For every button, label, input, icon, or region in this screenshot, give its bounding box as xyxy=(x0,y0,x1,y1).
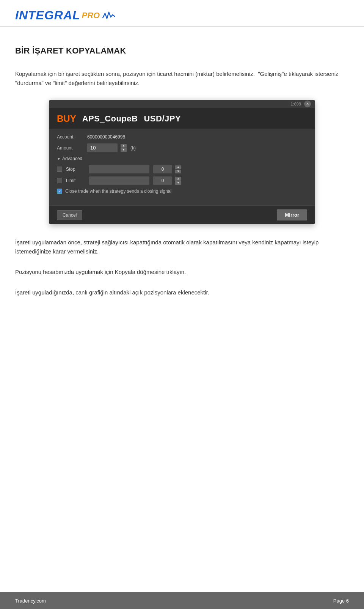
limit-up-button[interactable]: ▲ xyxy=(175,177,181,181)
close-trade-text: Close trade when the strategy sends a cl… xyxy=(65,189,171,194)
limit-checkbox[interactable] xyxy=(57,178,62,183)
cancel-button[interactable]: Cancel xyxy=(57,210,82,220)
stop-row: Stop ▲ ▼ xyxy=(57,165,307,173)
mirror-button[interactable]: Mirror xyxy=(277,209,307,220)
stop-up-button[interactable]: ▲ xyxy=(175,165,181,169)
dialog-footer: Cancel Mirror xyxy=(49,205,315,224)
advanced-arrow-icon: ▼ xyxy=(57,157,61,161)
logo: INTEGRAL PRO xyxy=(15,8,349,22)
amount-up-button[interactable]: ▲ xyxy=(121,144,127,148)
footer-page: Page 6 xyxy=(333,598,349,604)
body-paragraph-3: İşareti uyguladığınızda, canlı grafiğin … xyxy=(15,288,349,297)
body-paragraph-1: İşareti uygulamadan önce, strateji sağla… xyxy=(15,238,349,256)
stop-value[interactable] xyxy=(153,165,172,173)
dialog-body: Account 600000000046998 Amount ▲ ▼ (k) ▼… xyxy=(49,129,315,205)
stop-spinners: ▲ ▼ xyxy=(175,165,181,173)
amount-spinners: ▲ ▼ xyxy=(121,144,127,152)
advanced-toggle[interactable]: ▼ Advanced xyxy=(57,156,307,161)
stop-down-button[interactable]: ▼ xyxy=(175,170,181,173)
account-row: Account 600000000046998 xyxy=(57,134,307,140)
buy-badge: BUY xyxy=(57,113,76,124)
account-value: 600000000046998 xyxy=(87,134,125,140)
limit-spinners: ▲ ▼ xyxy=(175,177,181,185)
amount-unit: (k) xyxy=(130,145,136,151)
stop-input[interactable] xyxy=(89,165,149,173)
page-footer: Tradency.com Page 6 xyxy=(0,592,364,609)
close-trade-checkbox[interactable]: ✓ xyxy=(57,189,62,194)
account-label: Account xyxy=(57,134,83,140)
limit-input[interactable] xyxy=(89,176,149,185)
footer-site: Tradency.com xyxy=(15,598,46,604)
limit-row: Limit ▲ ▼ xyxy=(57,176,307,185)
intro-paragraph-1: Kopyalamak için bir işaret seçtikten son… xyxy=(15,69,349,88)
amount-row: Amount ▲ ▼ (k) xyxy=(57,143,307,152)
dialog-close-button[interactable]: × xyxy=(304,101,311,107)
amount-down-button[interactable]: ▼ xyxy=(121,148,127,152)
dialog-header: BUY APS_CoupeB USD/JPY xyxy=(49,108,315,129)
stop-label: Stop xyxy=(66,167,85,172)
advanced-label: Advanced xyxy=(62,156,82,161)
limit-down-button[interactable]: ▼ xyxy=(175,181,181,185)
logo-wave-icon xyxy=(102,10,116,21)
header: INTEGRAL PRO xyxy=(0,0,364,27)
dialog-strategy: APS_CoupeB xyxy=(82,114,138,124)
stop-checkbox[interactable] xyxy=(57,167,62,172)
dialog-pair: USD/JPY xyxy=(144,114,181,124)
logo-pro: PRO xyxy=(82,11,100,20)
amount-label: Amount xyxy=(57,145,83,151)
logo-integral: INTEGRAL xyxy=(15,8,80,22)
limit-value[interactable] xyxy=(153,176,172,185)
main-content: BİR İŞARET KOPYALAMAK Kopyalamak için bi… xyxy=(0,27,364,324)
dialog-top-number: 1:699 xyxy=(290,102,301,106)
limit-label: Limit xyxy=(66,178,85,183)
page-title: BİR İŞARET KOPYALAMAK xyxy=(15,46,349,56)
amount-input[interactable] xyxy=(87,143,118,152)
body-paragraph-2: Pozisyonu hesabınızda uygulamak için Kop… xyxy=(15,268,349,277)
close-trade-row: ✓ Close trade when the strategy sends a … xyxy=(57,189,307,194)
trade-dialog: 1:699 × BUY APS_CoupeB USD/JPY Account 6… xyxy=(49,100,315,224)
dialog-top-bar: 1:699 × xyxy=(49,100,315,108)
